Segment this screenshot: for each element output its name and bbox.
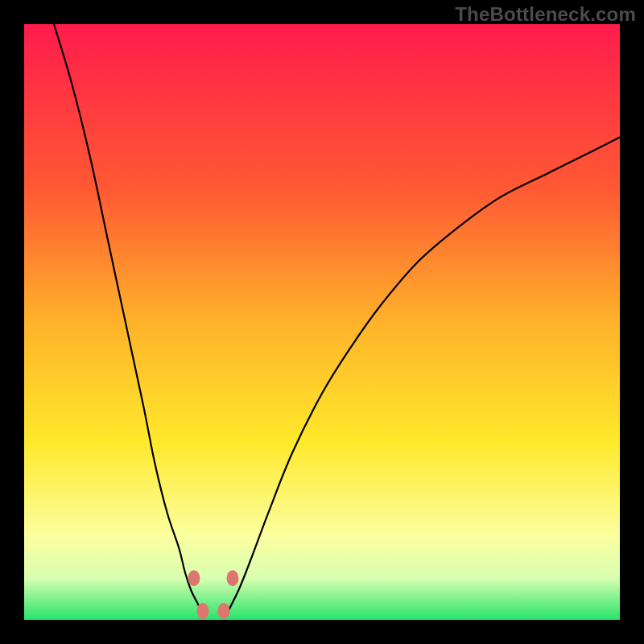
- bottleneck-curve-chart: [24, 24, 620, 620]
- trough-marker-2: [217, 603, 229, 619]
- plot-frame: [24, 24, 620, 620]
- trough-marker-0: [188, 570, 200, 586]
- gradient-panel: [24, 24, 620, 620]
- trough-marker-1: [197, 603, 209, 619]
- chart-stage: TheBottleneck.com: [0, 0, 644, 644]
- watermark-text: TheBottleneck.com: [455, 3, 636, 26]
- trough-marker-3: [227, 570, 239, 586]
